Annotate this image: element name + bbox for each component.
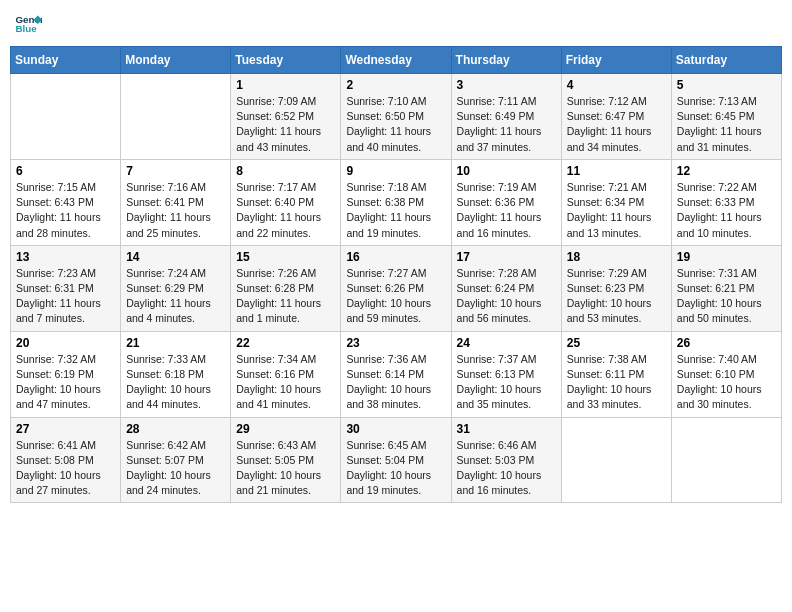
day-detail: Sunrise: 7:19 AMSunset: 6:36 PMDaylight:… — [457, 180, 556, 241]
calendar-cell: 4Sunrise: 7:12 AMSunset: 6:47 PMDaylight… — [561, 74, 671, 160]
calendar-cell: 1Sunrise: 7:09 AMSunset: 6:52 PMDaylight… — [231, 74, 341, 160]
day-detail: Sunrise: 7:21 AMSunset: 6:34 PMDaylight:… — [567, 180, 666, 241]
day-detail: Sunrise: 6:43 AMSunset: 5:05 PMDaylight:… — [236, 438, 335, 499]
day-number: 28 — [126, 422, 225, 436]
day-detail: Sunrise: 7:12 AMSunset: 6:47 PMDaylight:… — [567, 94, 666, 155]
day-number: 7 — [126, 164, 225, 178]
day-detail: Sunrise: 7:34 AMSunset: 6:16 PMDaylight:… — [236, 352, 335, 413]
calendar-cell: 13Sunrise: 7:23 AMSunset: 6:31 PMDayligh… — [11, 245, 121, 331]
calendar-cell: 21Sunrise: 7:33 AMSunset: 6:18 PMDayligh… — [121, 331, 231, 417]
day-number: 26 — [677, 336, 776, 350]
weekday-header-saturday: Saturday — [671, 47, 781, 74]
day-detail: Sunrise: 7:28 AMSunset: 6:24 PMDaylight:… — [457, 266, 556, 327]
calendar-cell: 3Sunrise: 7:11 AMSunset: 6:49 PMDaylight… — [451, 74, 561, 160]
calendar-cell — [561, 417, 671, 503]
weekday-header-thursday: Thursday — [451, 47, 561, 74]
day-number: 11 — [567, 164, 666, 178]
day-number: 23 — [346, 336, 445, 350]
calendar-cell: 16Sunrise: 7:27 AMSunset: 6:26 PMDayligh… — [341, 245, 451, 331]
logo: General Blue — [14, 10, 44, 38]
day-number: 13 — [16, 250, 115, 264]
day-detail: Sunrise: 7:27 AMSunset: 6:26 PMDaylight:… — [346, 266, 445, 327]
day-number: 5 — [677, 78, 776, 92]
calendar-cell: 14Sunrise: 7:24 AMSunset: 6:29 PMDayligh… — [121, 245, 231, 331]
weekday-header-monday: Monday — [121, 47, 231, 74]
day-detail: Sunrise: 7:16 AMSunset: 6:41 PMDaylight:… — [126, 180, 225, 241]
calendar-cell: 31Sunrise: 6:46 AMSunset: 5:03 PMDayligh… — [451, 417, 561, 503]
calendar-cell: 26Sunrise: 7:40 AMSunset: 6:10 PMDayligh… — [671, 331, 781, 417]
day-number: 20 — [16, 336, 115, 350]
day-number: 3 — [457, 78, 556, 92]
day-detail: Sunrise: 7:23 AMSunset: 6:31 PMDaylight:… — [16, 266, 115, 327]
day-number: 30 — [346, 422, 445, 436]
day-detail: Sunrise: 7:37 AMSunset: 6:13 PMDaylight:… — [457, 352, 556, 413]
day-number: 17 — [457, 250, 556, 264]
day-detail: Sunrise: 7:33 AMSunset: 6:18 PMDaylight:… — [126, 352, 225, 413]
day-number: 22 — [236, 336, 335, 350]
weekday-header-tuesday: Tuesday — [231, 47, 341, 74]
day-detail: Sunrise: 7:24 AMSunset: 6:29 PMDaylight:… — [126, 266, 225, 327]
calendar-cell: 22Sunrise: 7:34 AMSunset: 6:16 PMDayligh… — [231, 331, 341, 417]
day-detail: Sunrise: 7:13 AMSunset: 6:45 PMDaylight:… — [677, 94, 776, 155]
calendar-cell: 24Sunrise: 7:37 AMSunset: 6:13 PMDayligh… — [451, 331, 561, 417]
day-number: 6 — [16, 164, 115, 178]
day-detail: Sunrise: 7:11 AMSunset: 6:49 PMDaylight:… — [457, 94, 556, 155]
calendar-cell: 6Sunrise: 7:15 AMSunset: 6:43 PMDaylight… — [11, 159, 121, 245]
day-number: 15 — [236, 250, 335, 264]
calendar-cell: 11Sunrise: 7:21 AMSunset: 6:34 PMDayligh… — [561, 159, 671, 245]
calendar-cell: 18Sunrise: 7:29 AMSunset: 6:23 PMDayligh… — [561, 245, 671, 331]
svg-text:Blue: Blue — [15, 23, 37, 34]
calendar-cell: 12Sunrise: 7:22 AMSunset: 6:33 PMDayligh… — [671, 159, 781, 245]
day-number: 27 — [16, 422, 115, 436]
day-detail: Sunrise: 7:15 AMSunset: 6:43 PMDaylight:… — [16, 180, 115, 241]
calendar-cell: 7Sunrise: 7:16 AMSunset: 6:41 PMDaylight… — [121, 159, 231, 245]
calendar-cell: 28Sunrise: 6:42 AMSunset: 5:07 PMDayligh… — [121, 417, 231, 503]
calendar-cell: 17Sunrise: 7:28 AMSunset: 6:24 PMDayligh… — [451, 245, 561, 331]
day-number: 2 — [346, 78, 445, 92]
calendar-cell: 29Sunrise: 6:43 AMSunset: 5:05 PMDayligh… — [231, 417, 341, 503]
calendar-cell: 15Sunrise: 7:26 AMSunset: 6:28 PMDayligh… — [231, 245, 341, 331]
day-detail: Sunrise: 7:22 AMSunset: 6:33 PMDaylight:… — [677, 180, 776, 241]
calendar-cell — [11, 74, 121, 160]
calendar-cell: 30Sunrise: 6:45 AMSunset: 5:04 PMDayligh… — [341, 417, 451, 503]
calendar-cell: 19Sunrise: 7:31 AMSunset: 6:21 PMDayligh… — [671, 245, 781, 331]
day-number: 1 — [236, 78, 335, 92]
day-number: 10 — [457, 164, 556, 178]
calendar-cell — [671, 417, 781, 503]
day-detail: Sunrise: 6:46 AMSunset: 5:03 PMDaylight:… — [457, 438, 556, 499]
day-detail: Sunrise: 7:36 AMSunset: 6:14 PMDaylight:… — [346, 352, 445, 413]
day-detail: Sunrise: 7:17 AMSunset: 6:40 PMDaylight:… — [236, 180, 335, 241]
calendar-cell: 20Sunrise: 7:32 AMSunset: 6:19 PMDayligh… — [11, 331, 121, 417]
calendar-cell: 9Sunrise: 7:18 AMSunset: 6:38 PMDaylight… — [341, 159, 451, 245]
calendar-cell — [121, 74, 231, 160]
day-detail: Sunrise: 7:38 AMSunset: 6:11 PMDaylight:… — [567, 352, 666, 413]
day-detail: Sunrise: 6:41 AMSunset: 5:08 PMDaylight:… — [16, 438, 115, 499]
day-detail: Sunrise: 7:29 AMSunset: 6:23 PMDaylight:… — [567, 266, 666, 327]
weekday-header-friday: Friday — [561, 47, 671, 74]
day-number: 4 — [567, 78, 666, 92]
calendar-cell: 10Sunrise: 7:19 AMSunset: 6:36 PMDayligh… — [451, 159, 561, 245]
day-number: 8 — [236, 164, 335, 178]
day-detail: Sunrise: 7:32 AMSunset: 6:19 PMDaylight:… — [16, 352, 115, 413]
day-detail: Sunrise: 7:40 AMSunset: 6:10 PMDaylight:… — [677, 352, 776, 413]
day-number: 16 — [346, 250, 445, 264]
day-detail: Sunrise: 7:10 AMSunset: 6:50 PMDaylight:… — [346, 94, 445, 155]
day-detail: Sunrise: 6:45 AMSunset: 5:04 PMDaylight:… — [346, 438, 445, 499]
day-number: 24 — [457, 336, 556, 350]
weekday-header-wednesday: Wednesday — [341, 47, 451, 74]
day-number: 18 — [567, 250, 666, 264]
day-detail: Sunrise: 7:31 AMSunset: 6:21 PMDaylight:… — [677, 266, 776, 327]
day-number: 12 — [677, 164, 776, 178]
day-number: 21 — [126, 336, 225, 350]
calendar-cell: 8Sunrise: 7:17 AMSunset: 6:40 PMDaylight… — [231, 159, 341, 245]
calendar-cell: 2Sunrise: 7:10 AMSunset: 6:50 PMDaylight… — [341, 74, 451, 160]
day-detail: Sunrise: 7:09 AMSunset: 6:52 PMDaylight:… — [236, 94, 335, 155]
day-number: 9 — [346, 164, 445, 178]
day-detail: Sunrise: 7:18 AMSunset: 6:38 PMDaylight:… — [346, 180, 445, 241]
calendar-table: SundayMondayTuesdayWednesdayThursdayFrid… — [10, 46, 782, 503]
calendar-cell: 5Sunrise: 7:13 AMSunset: 6:45 PMDaylight… — [671, 74, 781, 160]
page-header: General Blue — [10, 10, 782, 38]
calendar-cell: 25Sunrise: 7:38 AMSunset: 6:11 PMDayligh… — [561, 331, 671, 417]
day-number: 19 — [677, 250, 776, 264]
day-detail: Sunrise: 6:42 AMSunset: 5:07 PMDaylight:… — [126, 438, 225, 499]
